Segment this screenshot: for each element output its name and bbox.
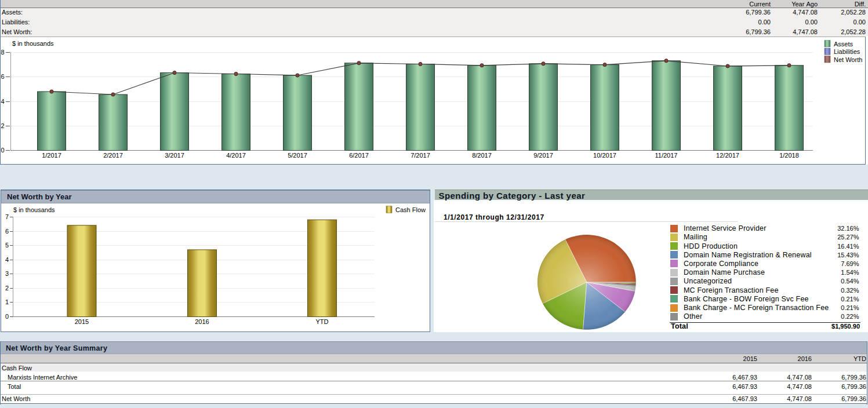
svg-text:$ in thousands: $ in thousands: [12, 40, 54, 47]
svg-text:4: 4: [1, 98, 4, 105]
svg-text:7: 7: [5, 213, 9, 220]
svg-text:3/2017: 3/2017: [165, 152, 184, 159]
svg-text:6: 6: [1, 73, 4, 80]
svg-text:2/2017: 2/2017: [103, 152, 123, 159]
svg-text:4: 4: [5, 256, 9, 263]
svg-text:1/2017: 1/2017: [42, 152, 61, 159]
svg-text:1: 1: [5, 298, 9, 305]
svg-text:Liabilities: Liabilities: [834, 48, 860, 55]
svg-text:Cash Flow: Cash Flow: [395, 206, 426, 213]
svg-text:Assets: Assets: [834, 41, 854, 48]
svg-text:0: 0: [5, 313, 9, 320]
svg-text:7/2017: 7/2017: [411, 152, 430, 159]
svg-text:YTD: YTD: [316, 318, 329, 325]
svg-text:8: 8: [1, 49, 4, 56]
svg-text:10/2017: 10/2017: [593, 152, 616, 159]
svg-text:2: 2: [1, 122, 4, 129]
svg-text:4/2017: 4/2017: [226, 152, 246, 159]
svg-text:$ in thousands: $ in thousands: [13, 206, 55, 213]
svg-text:5/2017: 5/2017: [288, 152, 307, 159]
svg-text:0: 0: [1, 147, 4, 154]
svg-text:Net Worth: Net Worth: [834, 56, 862, 63]
svg-text:11/2017: 11/2017: [655, 152, 678, 159]
svg-text:9/2017: 9/2017: [533, 152, 553, 159]
svg-text:2: 2: [5, 285, 9, 292]
svg-text:12/2017: 12/2017: [716, 152, 739, 159]
svg-text:2015: 2015: [75, 318, 89, 325]
svg-text:6/2017: 6/2017: [349, 152, 369, 159]
svg-text:5: 5: [5, 242, 9, 249]
svg-text:2016: 2016: [195, 318, 209, 325]
svg-text:1/2018: 1/2018: [779, 152, 799, 159]
svg-text:6: 6: [5, 228, 9, 235]
svg-text:8/2017: 8/2017: [472, 152, 492, 159]
svg-text:3: 3: [5, 270, 9, 277]
